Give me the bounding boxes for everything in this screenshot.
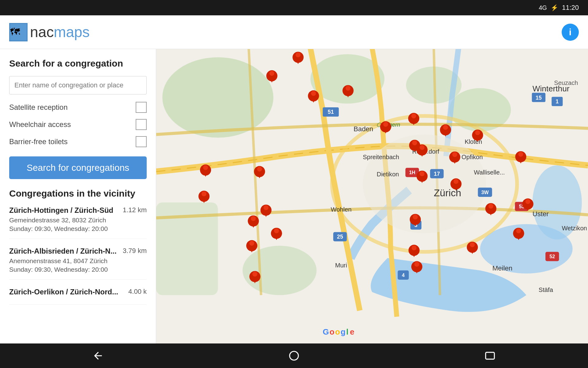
svg-point-99 bbox=[454, 179, 458, 184]
svg-point-123 bbox=[413, 214, 418, 219]
svg-text:17: 17 bbox=[434, 171, 440, 177]
svg-point-93 bbox=[475, 130, 480, 135]
svg-text:Spreitenbach: Spreitenbach bbox=[363, 154, 399, 160]
svg-point-11 bbox=[243, 246, 317, 295]
congregation-name: Zürich-Oerlikon / Zürich-Nord... bbox=[9, 288, 125, 296]
logo: nacmaps bbox=[9, 23, 90, 41]
svg-point-75 bbox=[411, 113, 416, 118]
svg-point-117 bbox=[420, 171, 424, 176]
congregation-address: Gemeindestrasse 32, 8032 Zürich bbox=[9, 217, 147, 224]
svg-point-147 bbox=[516, 228, 521, 233]
svg-text:l: l bbox=[346, 327, 348, 336]
bottom-nav bbox=[0, 343, 588, 368]
svg-text:o: o bbox=[335, 327, 340, 336]
svg-text:25: 25 bbox=[337, 234, 343, 240]
svg-text:Opfikon: Opfikon bbox=[462, 154, 483, 160]
svg-point-87 bbox=[420, 145, 424, 150]
svg-text:Wohlen: Wohlen bbox=[331, 206, 352, 213]
status-bar: 4G ⚡ 11:20 bbox=[0, 0, 588, 15]
wheelchair-checkbox[interactable] bbox=[136, 119, 147, 130]
svg-point-81 bbox=[443, 125, 448, 130]
signal-icon: 4G bbox=[539, 4, 547, 11]
svg-text:e: e bbox=[350, 327, 354, 336]
back-button[interactable] bbox=[89, 347, 107, 365]
home-button[interactable] bbox=[285, 347, 303, 365]
svg-point-141 bbox=[470, 242, 475, 247]
svg-point-129 bbox=[526, 199, 530, 204]
filter-toilets: Barrier-free toilets bbox=[9, 136, 147, 147]
svg-rect-149 bbox=[486, 352, 495, 359]
svg-point-105 bbox=[202, 191, 206, 196]
filter-satellite: Satellite reception bbox=[9, 102, 147, 113]
svg-point-96 bbox=[518, 152, 523, 157]
svg-text:G: G bbox=[323, 327, 329, 336]
toilets-label: Barrier-free toilets bbox=[9, 137, 68, 146]
svg-point-144 bbox=[414, 262, 419, 267]
svg-text:Seuzach: Seuzach bbox=[554, 79, 578, 86]
svg-text:3W: 3W bbox=[481, 190, 489, 195]
svg-point-63 bbox=[296, 52, 300, 57]
svg-point-148 bbox=[290, 351, 299, 360]
svg-text:52: 52 bbox=[549, 254, 555, 259]
svg-text:Uster: Uster bbox=[533, 210, 549, 218]
congregation-item[interactable]: Zürich-Albisrieden / Zürich-N... 3.79 km… bbox=[9, 247, 147, 280]
svg-text:Muri: Muri bbox=[335, 262, 347, 269]
svg-text:1: 1 bbox=[556, 98, 559, 105]
svg-text:1H: 1H bbox=[409, 170, 416, 175]
svg-text:Wetzikon: Wetzikon bbox=[562, 225, 587, 232]
svg-point-132 bbox=[249, 241, 254, 246]
congregation-distance: 4.00 k bbox=[128, 288, 147, 296]
search-title: Search for a congregation bbox=[9, 58, 147, 69]
clock: 11:20 bbox=[562, 4, 579, 12]
satellite-checkbox[interactable] bbox=[136, 102, 147, 113]
filter-wheelchair: Wheelchair access bbox=[9, 119, 147, 130]
recents-button[interactable] bbox=[481, 347, 499, 365]
wheelchair-label: Wheelchair access bbox=[9, 120, 71, 129]
svg-point-135 bbox=[252, 272, 257, 277]
svg-point-126 bbox=[488, 204, 493, 209]
svg-text:Stäfa: Stäfa bbox=[539, 286, 553, 293]
svg-text:Walliselle...: Walliselle... bbox=[474, 169, 505, 176]
svg-text:o: o bbox=[330, 327, 334, 336]
info-button[interactable]: i bbox=[562, 24, 579, 41]
svg-point-138 bbox=[412, 245, 417, 250]
vicinity-title: Congregations in the vicinity bbox=[9, 188, 147, 199]
svg-point-108 bbox=[257, 167, 262, 171]
svg-point-66 bbox=[270, 71, 274, 76]
svg-point-72 bbox=[311, 91, 316, 96]
svg-text:Baden: Baden bbox=[354, 125, 373, 133]
satellite-label: Satellite reception bbox=[9, 103, 68, 112]
congregation-name: Zürich-Hottingen / Zürich-Süd bbox=[9, 206, 120, 215]
svg-text:51: 51 bbox=[328, 109, 334, 115]
svg-text:Meilen: Meilen bbox=[492, 264, 512, 272]
svg-point-120 bbox=[251, 216, 256, 221]
svg-point-4 bbox=[22, 31, 24, 33]
svg-text:15: 15 bbox=[536, 95, 542, 101]
toilets-checkbox[interactable] bbox=[136, 136, 147, 147]
battery-icon: ⚡ bbox=[551, 4, 558, 11]
congregation-schedule: Sunday: 09:30, Wednesday: 20:00 bbox=[9, 266, 147, 273]
svg-point-114 bbox=[274, 228, 279, 233]
svg-text:4: 4 bbox=[402, 272, 405, 278]
congregation-item[interactable]: Zürich-Oerlikon / Zürich-Nord... 4.00 k bbox=[9, 288, 147, 305]
map-panel[interactable]: 51 15 1 1H 17 3W 3 25 4 52 53 Winterthur bbox=[156, 49, 588, 343]
search-input[interactable] bbox=[9, 76, 147, 94]
svg-point-102 bbox=[203, 165, 208, 170]
map-svg: 51 15 1 1H 17 3W 3 25 4 52 53 Winterthur bbox=[156, 49, 588, 343]
main-container: Search for a congregation Satellite rece… bbox=[0, 49, 588, 343]
svg-point-111 bbox=[263, 205, 268, 210]
svg-text:g: g bbox=[341, 327, 345, 336]
svg-point-6 bbox=[162, 57, 273, 138]
search-button[interactable]: Search for congregations bbox=[9, 156, 147, 179]
svg-point-84 bbox=[412, 140, 417, 145]
app-header: nacmaps i bbox=[0, 15, 588, 49]
svg-point-78 bbox=[383, 122, 388, 127]
congregation-distance: 3.79 km bbox=[123, 247, 147, 255]
logo-text: nacmaps bbox=[30, 24, 90, 40]
svg-point-90 bbox=[452, 152, 457, 157]
congregation-schedule: Sunday: 09:30, Wednesday: 20:00 bbox=[9, 225, 147, 232]
congregation-item[interactable]: Zürich-Hottingen / Zürich-Süd 1.12 km Ge… bbox=[9, 206, 147, 239]
logo-icon bbox=[9, 23, 28, 41]
congregation-address: Anemonenstrasse 41, 8047 Zürich bbox=[9, 257, 147, 265]
congregation-distance: 1.12 km bbox=[123, 206, 147, 214]
